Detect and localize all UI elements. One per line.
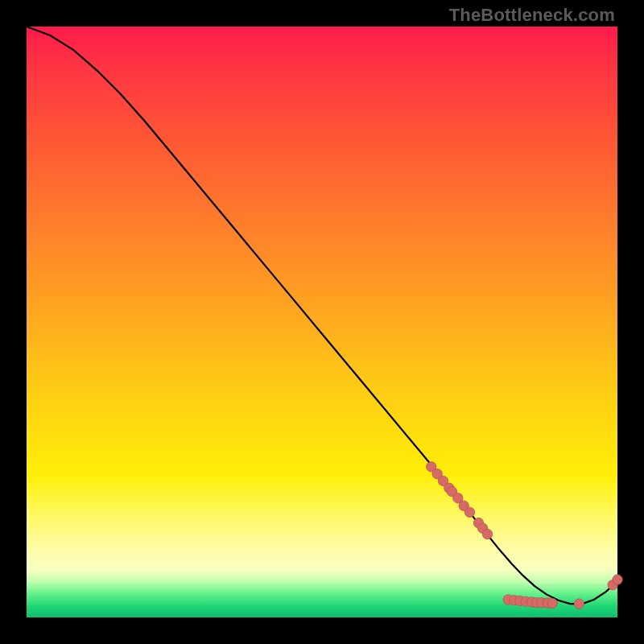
chart-svg (27, 27, 617, 617)
watermark-text: TheBottleneck.com (449, 5, 615, 26)
data-point (574, 599, 584, 609)
chart-frame: TheBottleneck.com (0, 0, 644, 644)
data-points (427, 462, 623, 609)
data-point (613, 575, 622, 584)
bottleneck-curve (27, 27, 617, 604)
data-point (464, 507, 474, 517)
data-point (482, 529, 492, 539)
data-point (547, 598, 557, 608)
